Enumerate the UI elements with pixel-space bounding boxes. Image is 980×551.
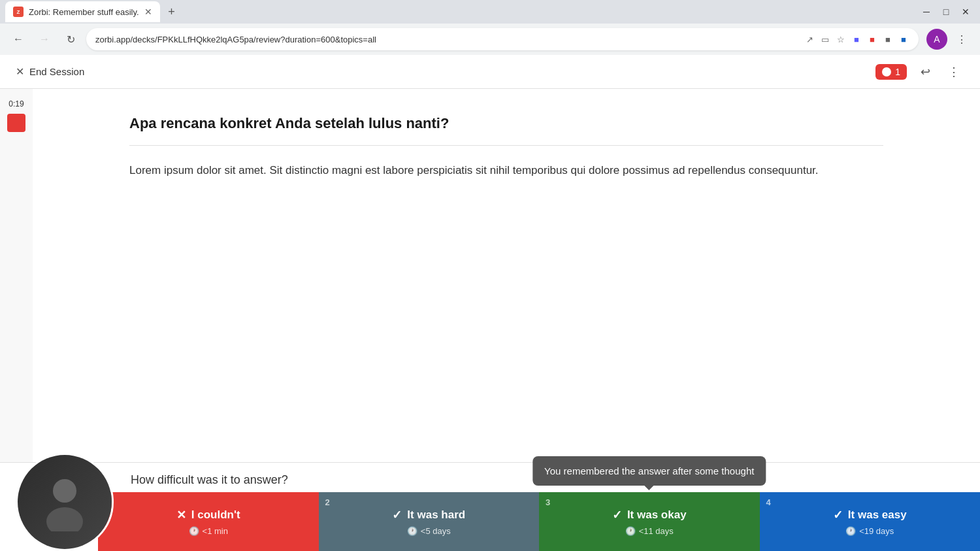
rating-button-4[interactable]: 4 ✓ It was easy 🕐 <19 days <box>760 492 981 551</box>
tab-close-icon[interactable]: ✕ <box>144 7 152 17</box>
url-bar[interactable]: zorbi.app/decks/FPKkLLfHQkke2lqAG5pa/rev… <box>86 28 919 50</box>
clock-icon-4: 🕐 <box>845 526 856 536</box>
extension-icon-1[interactable]: ■ <box>851 33 862 45</box>
btn-3-days: 🕐 <11 days <box>625 526 674 536</box>
svg-point-1 <box>46 507 83 531</box>
x-icon: ✕ <box>16 65 24 78</box>
new-tab-button[interactable]: + <box>163 3 181 21</box>
check-icon-2: ✓ <box>392 508 402 522</box>
timer-stop-button[interactable] <box>7 114 25 132</box>
tab-title: Zorbi: Remember stuff easily. <box>29 7 139 17</box>
reload-button[interactable]: ↻ <box>60 29 81 50</box>
external-link-icon[interactable]: ↗ <box>804 33 815 45</box>
check-icon-3: ✓ <box>612 508 622 522</box>
url-text: zorbi.app/decks/FPKkLLfHQkke2lqAG5pa/rev… <box>95 35 798 44</box>
more-button[interactable]: ⋮ <box>943 61 964 82</box>
cast-icon[interactable]: ▭ <box>819 33 831 45</box>
btn-4-days: 🕐 <19 days <box>845 526 894 536</box>
extension-icon-2[interactable]: ■ <box>866 33 878 45</box>
record-count: 1 <box>895 67 900 77</box>
btn-number-3: 3 <box>546 497 550 507</box>
rating-button-2[interactable]: 2 ✓ It was hard 🕐 <5 days <box>319 492 540 551</box>
end-session-button[interactable]: ✕ End Session <box>16 65 84 78</box>
browser-chrome: Z Zorbi: Remember stuff easily. ✕ + ─ □ … <box>0 0 980 55</box>
url-icons: ↗ ▭ ☆ ■ ■ ■ ■ <box>804 33 909 45</box>
back-button[interactable]: ← <box>8 29 29 50</box>
btn-label-1: ✕ I couldn't <box>176 508 240 522</box>
app-toolbar: ✕ End Session 1 ↩ ⋮ <box>0 55 980 89</box>
forward-button[interactable]: → <box>34 29 55 50</box>
x-mark-icon: ✕ <box>176 508 186 522</box>
tab-bar: Z Zorbi: Remember stuff easily. ✕ + ─ □ … <box>0 0 980 24</box>
answer-buttons: ✕ I couldn't 🕐 <1 min 2 ✓ It was hard 🕐 … <box>98 492 980 551</box>
btn-number-4: 4 <box>766 497 771 507</box>
card-question: Apa rencana konkret Anda setelah lulus n… <box>129 115 883 132</box>
btn-label-2: ✓ It was hard <box>392 508 465 522</box>
rating-button-3[interactable]: 3 You remembered the answer after some t… <box>539 492 760 551</box>
window-controls: ─ □ ✕ <box>917 3 975 21</box>
end-session-label: End Session <box>29 66 84 77</box>
toolbar-right: 1 ↩ ⋮ <box>875 61 964 82</box>
maximize-icon[interactable]: □ <box>937 3 955 21</box>
undo-button[interactable]: ↩ <box>915 61 936 82</box>
btn-2-days-text: <5 days <box>421 526 451 536</box>
timer-display: 0:19 <box>8 99 24 109</box>
card-container: Apa rencana konkret Anda setelah lulus n… <box>98 89 915 462</box>
record-icon <box>882 67 891 76</box>
close-window-icon[interactable]: ✕ <box>956 3 975 21</box>
timer-sidebar: 0:19 <box>0 89 33 462</box>
record-button[interactable]: 1 <box>875 64 907 80</box>
svg-point-0 <box>53 479 76 503</box>
app-content: ✕ End Session 1 ↩ ⋮ 0:19 Apa rencana kon… <box>0 55 980 551</box>
difficulty-prompt: How difficult was it to answer? <box>0 463 980 492</box>
browser-toolbar-right: A ⋮ <box>926 29 972 50</box>
main-area: 0:19 Apa rencana konkret Anda setelah lu… <box>0 89 980 462</box>
btn-2-days: 🕐 <5 days <box>407 526 451 536</box>
check-icon-4: ✓ <box>833 508 843 522</box>
bottom-section: How difficult was it to answer? ✕ I coul… <box>0 462 980 551</box>
btn-1-text: I couldn't <box>191 509 240 522</box>
tab-favicon: Z <box>13 7 24 17</box>
btn-4-days-text: <19 days <box>859 526 894 536</box>
btn-1-days: 🕐 <1 min <box>189 526 228 536</box>
profile-button[interactable]: A <box>926 29 947 50</box>
extension-icon-4[interactable]: ■ <box>898 33 909 45</box>
webcam-placeholder <box>18 455 112 549</box>
extension-icon-3[interactable]: ■ <box>882 33 894 45</box>
card-divider <box>129 145 883 146</box>
minimize-icon[interactable]: ─ <box>917 3 936 21</box>
clock-icon-1: 🕐 <box>189 526 199 536</box>
btn-3-text: It was okay <box>627 509 687 522</box>
webcam-overlay <box>16 453 114 551</box>
clock-icon-3: 🕐 <box>625 526 636 536</box>
bookmark-icon[interactable]: ☆ <box>835 33 847 45</box>
btn-1-days-text: <1 min <box>203 526 228 536</box>
active-tab[interactable]: Z Zorbi: Remember stuff easily. ✕ <box>5 1 160 22</box>
btn-2-text: It was hard <box>407 509 465 522</box>
more-options-button[interactable]: ⋮ <box>951 29 972 50</box>
btn-number-2: 2 <box>325 497 330 507</box>
btn-4-text: It was easy <box>848 509 907 522</box>
rating-button-1[interactable]: ✕ I couldn't 🕐 <1 min <box>98 492 319 551</box>
card-answer: Lorem ipsum dolor sit amet. Sit distinct… <box>129 161 883 179</box>
btn-label-3: ✓ It was okay <box>612 508 687 522</box>
clock-icon-2: 🕐 <box>407 526 417 536</box>
address-bar-row: ← → ↻ zorbi.app/decks/FPKkLLfHQkke2lqAG5… <box>0 24 980 55</box>
btn-label-4: ✓ It was easy <box>833 508 907 522</box>
btn-3-days-text: <11 days <box>639 526 674 536</box>
